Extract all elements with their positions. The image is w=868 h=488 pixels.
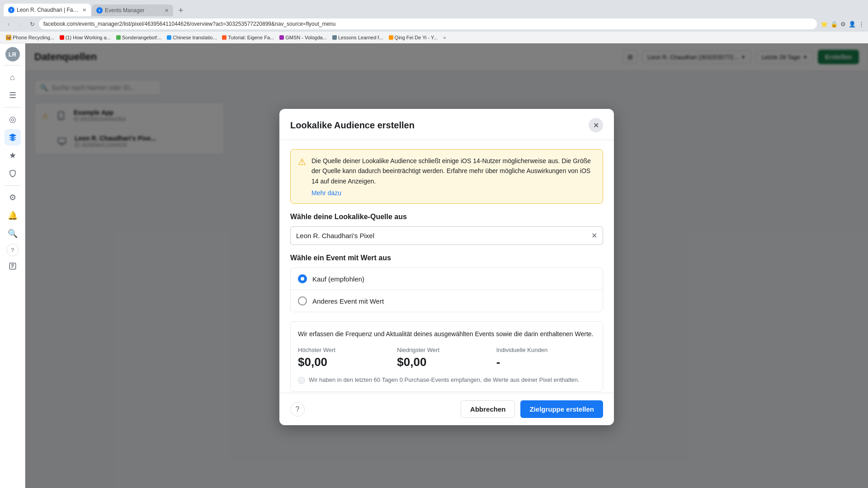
sidebar-item-docs[interactable] — [5, 258, 21, 274]
sidebar-item-ads[interactable] — [5, 129, 21, 145]
stat-label-highest: Höchster Wert — [298, 347, 397, 353]
bookmark-3[interactable]: Sonderangebot!... — [114, 34, 164, 41]
menu-dots-icon[interactable]: ⋮ — [859, 21, 864, 28]
create-audience-button[interactable]: Zielgruppe erstellen — [520, 400, 603, 418]
browser-chrome: f Leon R. Chaudhari | Facebook ✕ f Event… — [0, 0, 868, 43]
bookmark-favicon-8 — [389, 35, 393, 40]
stats-description: Wir erfassen die Frequenz und Aktualität… — [298, 329, 595, 339]
extension-icon-2[interactable]: 🔒 — [830, 21, 838, 28]
warning-link[interactable]: Mehr dazu — [311, 189, 341, 197]
sidebar-divider-3 — [5, 185, 21, 186]
nav-forward[interactable]: › — [15, 19, 25, 29]
sidebar-avatar[interactable]: LR — [5, 47, 20, 61]
sidebar: LR ⌂ ☰ ◎ ★ ⚙ 🔔 🔍 ? — [0, 43, 25, 488]
bookmark-favicon-6 — [279, 35, 284, 40]
tab-inactive[interactable]: f Events Manager ✕ — [92, 5, 173, 16]
stat-label-lowest: Niedrigster Wert — [397, 347, 496, 353]
sidebar-item-home[interactable]: ⌂ — [5, 69, 21, 85]
stat-value-customers: - — [496, 355, 595, 369]
bookmark-favicon-7 — [332, 35, 337, 40]
event-section-label: Wähle ein Event mit Wert aus — [290, 254, 603, 262]
modal-body: ⚠ Die Quelle deiner Lookalike Audience s… — [279, 140, 614, 393]
sidebar-item-settings[interactable]: ⚙ — [5, 189, 21, 206]
sidebar-item-search[interactable]: 🔍 — [5, 225, 21, 242]
notice-indicator — [298, 377, 305, 384]
bookmark-favicon-1: 📦 — [6, 35, 11, 40]
browser-extension-icons: ⭐ 🔒 ⚙ 👤 ⋮ — [821, 21, 864, 28]
modal: Lookalike Audience erstellen ✕ ⚠ Die Que… — [279, 109, 614, 425]
bookmark-favicon-4 — [167, 35, 171, 40]
source-input[interactable] — [296, 232, 591, 239]
event-section: Wähle ein Event mit Wert aus Kauf (empfo… — [290, 254, 603, 312]
footer-actions: Abbrechen Zielgruppe erstellen — [461, 400, 603, 418]
stats-section: Wir erfassen die Frequenz und Aktualität… — [290, 321, 603, 391]
bookmark-more[interactable]: » — [441, 34, 448, 41]
nav-back[interactable]: ‹ — [4, 19, 14, 29]
profile-icon[interactable]: 👤 — [849, 21, 856, 28]
radio-label-kauf: Kauf (empfohlen) — [312, 275, 364, 283]
bookmark-favicon-3 — [116, 35, 121, 40]
stat-lowest: Niedrigster Wert $0,00 — [397, 347, 496, 369]
tab-close-2[interactable]: ✕ — [165, 8, 169, 14]
bookmarks-bar: 📦 Phone Recycling... (1) How Working a..… — [0, 32, 868, 43]
extension-icon-3[interactable]: ⚙ — [840, 21, 846, 28]
source-section-label: Wähle deine Lookalike-Quelle aus — [290, 213, 603, 221]
new-tab-button[interactable]: + — [175, 5, 187, 16]
sidebar-item-shield[interactable] — [5, 165, 21, 182]
bookmark-5[interactable]: Tutorial: Eigene Fa... — [220, 34, 276, 41]
tab-label: Leon R. Chaudhari | Facebook — [17, 7, 80, 13]
radio-option-other[interactable]: Anderes Event mit Wert — [291, 290, 603, 312]
url-text: facebook.com/events_manager2/list/pixel/… — [43, 21, 335, 27]
radio-option-kauf[interactable]: Kauf (empfohlen) — [291, 268, 603, 290]
nav-reload[interactable]: ↻ — [27, 19, 37, 29]
tab-close[interactable]: ✕ — [82, 7, 86, 13]
bookmark-favicon-5 — [222, 35, 226, 40]
sidebar-divider-2 — [5, 107, 21, 108]
radio-input-selected — [298, 274, 307, 283]
extension-icon-1[interactable]: ⭐ — [821, 21, 828, 28]
tab-favicon-2: f — [96, 7, 103, 14]
bookmark-1[interactable]: 📦 Phone Recycling... — [4, 34, 57, 41]
sidebar-item-bell[interactable]: 🔔 — [5, 207, 21, 224]
help-button[interactable]: ? — [290, 402, 305, 417]
modal-close-button[interactable]: ✕ — [589, 118, 603, 132]
tab-favicon: f — [8, 7, 14, 13]
input-clear-icon[interactable]: ✕ — [591, 231, 597, 240]
purchase-notice: Wir haben in den letzten 60 Tagen 0 Purc… — [298, 376, 595, 384]
stats-row: Höchster Wert $0,00 Niedrigster Wert $0,… — [298, 347, 595, 369]
bookmark-6[interactable]: GMSN - Vologda... — [277, 34, 329, 41]
warning-triangle-icon: ⚠ — [298, 156, 306, 197]
stat-customers: Individuelle Kunden - — [496, 347, 595, 369]
radio-group: Kauf (empfohlen) Anderes Event mit Wert — [290, 267, 603, 312]
tab-label-2: Events Manager — [105, 7, 144, 14]
bookmark-7[interactable]: Lessons Learned f... — [330, 34, 386, 41]
address-bar: ‹ › ↻ facebook.com/events_manager2/list/… — [0, 16, 868, 32]
sidebar-item-analytics[interactable]: ◎ — [5, 111, 21, 127]
warning-box: ⚠ Die Quelle deiner Lookalike Audience s… — [290, 149, 603, 204]
warning-text: Die Quelle deiner Lookalike Audience sch… — [311, 156, 595, 186]
sidebar-item-help[interactable]: ? — [6, 244, 19, 256]
bookmark-2[interactable]: (1) How Working a... — [57, 34, 113, 41]
app-container: LR ⌂ ☰ ◎ ★ ⚙ 🔔 🔍 ? Datenquellen ⊞ — [0, 43, 868, 488]
cancel-button[interactable]: Abbrechen — [461, 400, 515, 418]
warning-box-content: Die Quelle deiner Lookalike Audience sch… — [311, 156, 595, 197]
tab-active[interactable]: f Leon R. Chaudhari | Facebook ✕ — [4, 4, 91, 16]
radio-dot — [301, 277, 304, 281]
bookmark-favicon-2 — [60, 35, 64, 40]
stat-label-customers: Individuelle Kunden — [496, 347, 595, 353]
bookmark-4[interactable]: Chinese translatio... — [165, 34, 219, 41]
url-bar[interactable]: facebook.com/events_manager2/list/pixel/… — [39, 19, 817, 29]
stat-highest: Höchster Wert $0,00 — [298, 347, 397, 369]
modal-title: Lookalike Audience erstellen — [290, 120, 415, 131]
sidebar-item-menu[interactable]: ☰ — [5, 87, 21, 103]
sidebar-divider-1 — [5, 65, 21, 66]
purchase-notice-text: Wir haben in den letzten 60 Tagen 0 Purc… — [309, 376, 580, 383]
sidebar-item-star[interactable]: ★ — [5, 147, 21, 164]
radio-input-unselected — [298, 296, 307, 305]
source-section: Wähle deine Lookalike-Quelle aus ✕ — [290, 213, 603, 245]
modal-footer: ? Abbrechen Zielgruppe erstellen — [279, 393, 614, 425]
radio-label-other: Anderes Event mit Wert — [312, 297, 384, 305]
bookmark-8[interactable]: Qing Fei De Yi - Y... — [387, 34, 440, 41]
help-icon: ? — [296, 405, 300, 413]
modal-header: Lookalike Audience erstellen ✕ — [279, 109, 614, 140]
